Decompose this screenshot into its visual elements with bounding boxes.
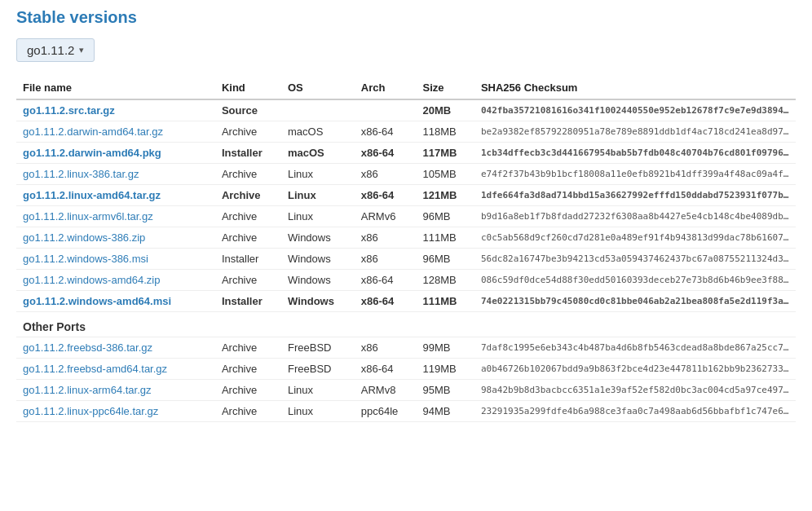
cell-arch: ppc64le: [355, 401, 417, 422]
cell-arch: ARMv6: [355, 206, 417, 227]
cell-arch: x86-64: [355, 121, 417, 143]
col-header-kind: Kind: [215, 77, 281, 99]
cell-os: macOS: [281, 143, 355, 164]
cell-os: FreeBSD: [281, 337, 355, 359]
file-link[interactable]: go1.11.2.linux-armv6l.tar.gz: [23, 210, 153, 222]
cell-os: Linux: [281, 185, 355, 206]
cell-os: Windows: [281, 227, 355, 249]
table-row: go1.11.2.linux-amd64.tar.gzArchiveLinuxx…: [16, 185, 796, 206]
cell-kind: Archive: [215, 185, 281, 206]
cell-size: 99MB: [417, 337, 474, 359]
cell-os: Linux: [281, 380, 355, 401]
version-label: go1.11.2: [27, 43, 74, 57]
cell-checksum: 042fba35721081616o341f1002440550e952eb12…: [474, 99, 796, 121]
col-header-arch: Arch: [355, 77, 417, 99]
file-link[interactable]: go1.11.2.windows-amd64.zip: [23, 274, 160, 286]
cell-checksum: 23291935a299fdfe4b6a988ce3faa0c7a498aab6…: [474, 401, 796, 422]
col-header-filename: File name: [16, 77, 215, 99]
file-link[interactable]: go1.11.2.darwin-amd64.tar.gz: [23, 126, 163, 138]
cell-kind: Source: [215, 99, 281, 121]
col-header-checksum: SHA256 Checksum: [474, 77, 796, 99]
cell-kind: Archive: [215, 164, 281, 185]
cell-size: 118MB: [417, 121, 474, 143]
cell-checksum: 7daf8c1995e6eb343c4b487ba4d6b8fb5463cdea…: [474, 337, 796, 359]
cell-filename: go1.11.2.windows-386.msi: [16, 249, 215, 270]
cell-filename: go1.11.2.windows-amd64.msi: [16, 291, 215, 312]
cell-kind: Archive: [215, 337, 281, 359]
cell-checksum: c0c5ab568d9cf260cd7d281e0a489ef91f4b9438…: [474, 227, 796, 249]
cell-arch: [355, 99, 417, 121]
page-title: Stable versions: [16, 8, 796, 27]
cell-arch: x86-64: [355, 143, 417, 164]
file-link[interactable]: go1.11.2.windows-386.zip: [23, 231, 145, 244]
cell-arch: x86-64: [355, 359, 417, 380]
cell-os: Linux: [281, 164, 355, 185]
cell-os: Linux: [281, 401, 355, 422]
file-link[interactable]: go1.11.2.src.tar.gz: [23, 104, 115, 117]
file-link[interactable]: go1.11.2.linux-ppc64le.tar.gz: [23, 405, 158, 417]
cell-arch: ARMv8: [355, 380, 417, 401]
cell-kind: Archive: [215, 227, 281, 249]
cell-filename: go1.11.2.freebsd-amd64.tar.gz: [16, 359, 215, 380]
cell-size: 111MB: [417, 291, 474, 312]
cell-checksum: 1cb34dffecb3c3d441667954bab5b7fdb048c407…: [474, 143, 796, 164]
cell-os: Windows: [281, 249, 355, 270]
table-row: go1.11.2.windows-amd64.zipArchiveWindows…: [16, 270, 796, 291]
col-header-os: OS: [281, 77, 355, 99]
cell-kind: Archive: [215, 401, 281, 422]
version-selector[interactable]: go1.11.2 ▾: [16, 38, 95, 62]
cell-arch: x86: [355, 337, 417, 359]
cell-checksum: 086c59df0dce54d88f30edd50160393deceb27e7…: [474, 270, 796, 291]
downloads-table: File name Kind OS Arch Size SHA256 Check…: [16, 77, 796, 422]
cell-os: macOS: [281, 121, 355, 143]
table-row: go1.11.2.linux-armv6l.tar.gzArchiveLinux…: [16, 206, 796, 227]
cell-filename: go1.11.2.linux-armv6l.tar.gz: [16, 206, 215, 227]
cell-checksum: 1dfe664fa3d8ad714bbd15a36627992efffd150d…: [474, 185, 796, 206]
cell-kind: Archive: [215, 121, 281, 143]
file-link[interactable]: go1.11.2.darwin-amd64.pkg: [23, 147, 161, 159]
cell-filename: go1.11.2.linux-arm64.tar.gz: [16, 380, 215, 401]
file-link[interactable]: go1.11.2.freebsd-amd64.tar.gz: [23, 363, 167, 375]
cell-kind: Archive: [215, 206, 281, 227]
cell-checksum: 74e0221315bb79c45080cd0c81bbe046ab2a21be…: [474, 291, 796, 312]
cell-arch: x86: [355, 164, 417, 185]
cell-size: 96MB: [417, 206, 474, 227]
table-row: go1.11.2.windows-amd64.msiInstallerWindo…: [16, 291, 796, 312]
cell-size: 94MB: [417, 401, 474, 422]
table-row: go1.11.2.windows-386.zipArchiveWindowsx8…: [16, 227, 796, 249]
file-link[interactable]: go1.11.2.freebsd-386.tar.gz: [23, 341, 152, 354]
cell-filename: go1.11.2.windows-386.zip: [16, 227, 215, 249]
cell-filename: go1.11.2.freebsd-386.tar.gz: [16, 337, 215, 359]
cell-kind: Archive: [215, 380, 281, 401]
table-row: go1.11.2.src.tar.gzSource20MB042fba35721…: [16, 99, 796, 121]
table-row: go1.11.2.freebsd-386.tar.gzArchiveFreeBS…: [16, 337, 796, 359]
cell-size: 95MB: [417, 380, 474, 401]
file-link[interactable]: go1.11.2.linux-arm64.tar.gz: [23, 384, 152, 396]
table-row: go1.11.2.darwin-amd64.tar.gzArchivemacOS…: [16, 121, 796, 143]
file-link[interactable]: go1.11.2.linux-386.tar.gz: [23, 168, 139, 180]
other-ports-label: Other Ports: [16, 312, 796, 337]
col-header-size: Size: [417, 77, 474, 99]
table-row: go1.11.2.linux-ppc64le.tar.gzArchiveLinu…: [16, 401, 796, 422]
cell-size: 117MB: [417, 143, 474, 164]
cell-size: 105MB: [417, 164, 474, 185]
cell-size: 121MB: [417, 185, 474, 206]
cell-filename: go1.11.2.darwin-amd64.pkg: [16, 143, 215, 164]
table-header-row: File name Kind OS Arch Size SHA256 Check…: [16, 77, 796, 99]
file-link[interactable]: go1.11.2.windows-386.msi: [23, 253, 148, 265]
cell-os: [281, 99, 355, 121]
cell-filename: go1.11.2.linux-ppc64le.tar.gz: [16, 401, 215, 422]
cell-checksum: 56dc82a16747be3b94213cd53a059437462437bc…: [474, 249, 796, 270]
cell-size: 128MB: [417, 270, 474, 291]
cell-os: Windows: [281, 291, 355, 312]
cell-size: 119MB: [417, 359, 474, 380]
table-row: go1.11.2.darwin-amd64.pkgInstallermacOSx…: [16, 143, 796, 164]
dropdown-arrow-icon: ▾: [79, 45, 84, 55]
file-link[interactable]: go1.11.2.windows-amd64.msi: [23, 295, 171, 307]
cell-arch: x86: [355, 227, 417, 249]
cell-size: 111MB: [417, 227, 474, 249]
cell-kind: Installer: [215, 291, 281, 312]
file-link[interactable]: go1.11.2.linux-amd64.tar.gz: [23, 189, 161, 201]
cell-checksum: e74f2f37b43b9b1bcf18008a11e0efb8921b41df…: [474, 164, 796, 185]
cell-os: Linux: [281, 206, 355, 227]
